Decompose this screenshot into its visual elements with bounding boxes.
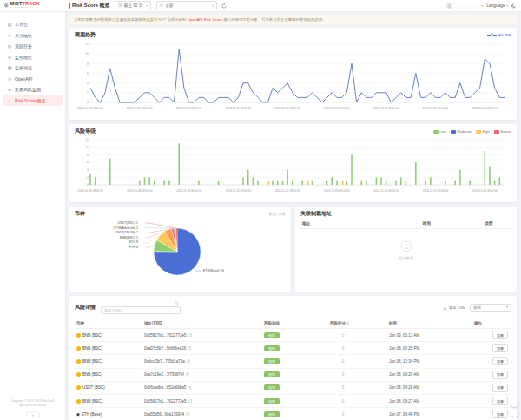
legend-severe[interactable]: Severe [494,129,511,134]
export-csv-button[interactable]: 导出 CSV [443,305,465,310]
avatar[interactable] [446,3,452,9]
sidebar-item-3[interactable]: ⊙监控地址 [3,52,63,63]
view-button[interactable]: 查看 [492,331,508,339]
refresh-icon[interactable] [221,3,227,9]
address-cell: 0xa55d56...60a179934 [144,412,264,417]
address-text[interactable]: 0xa07c5b7...5b66bea26 [144,346,186,351]
legend-swatch [476,130,481,134]
view-button[interactable]: 查看 [492,397,508,405]
call-trend-title: 调用趋势 [75,31,96,39]
view-button[interactable]: 查看 [492,410,508,418]
sidebar-item-4[interactable]: ▦监控动态 [3,62,63,74]
openapi-risk-score-link[interactable]: OpenAPI Risk Score [188,17,222,22]
address-text[interactable]: 0x05617b1...7622772e5 [144,399,187,404]
search-input[interactable] [101,306,181,314]
view-button[interactable]: 查看 [492,357,508,365]
sidebar-item-6[interactable]: ⊗交易风险监测 [3,84,63,95]
address-text[interactable]: 0xa55d56...60a179934 [144,412,184,417]
monitor-activity-icon: ▦ [7,65,12,70]
svg-text:2024-11-05 08:00:00: 2024-11-05 08:00:00 [176,107,202,110]
sidebar-item-0[interactable]: ▤工作台 [3,19,63,30]
coin-cell: BNB (BSC) [76,359,144,364]
key-icon [160,3,164,8]
dark-mode-moon-icon[interactable] [511,3,517,9]
chevron-down-icon: ▾ [212,4,214,8]
svg-text:2024-10-26 08:00:00: 2024-10-26 08:00:00 [127,107,153,110]
operation-cell: 查看 [474,384,510,392]
call-trend-line-chart: 0246810122024-10-16 08:00:002024-10-26 0… [75,40,510,116]
unit-toggle[interactable]: 数量 / 次数 [269,212,286,216]
legend-high[interactable]: High [476,129,490,134]
sanctioned-title: 关联制裁地址 [300,210,332,218]
level-filter-select[interactable]: 全部 ▾ [470,304,511,312]
pie-label: ETH(Base):76 [203,269,224,272]
risk-details-card: 风险详情 导出 [69,296,517,420]
svg-text:2025-01-04 08:00:00: 2025-01-04 08:00:00 [472,107,498,110]
chevron-down-icon: ▾ [146,4,148,8]
view-button[interactable]: 查看 [492,344,508,352]
copy-icon[interactable] [188,346,192,351]
svg-text:2024-12-15 08:00:00: 2024-12-15 08:00:00 [373,107,399,110]
sidebar-item-label: OpenAPI [15,76,32,82]
sidebar-item-label: 交易风险监测 [15,87,41,92]
search-icon [175,301,179,305]
copy-icon[interactable] [186,412,190,417]
copy-icon[interactable] [186,372,190,377]
bnb-icon [76,346,81,351]
svg-text:12: 12 [85,43,89,46]
address-text[interactable]: 0xdccf3b7...705d1a75a [144,359,185,364]
sidebar-item-7[interactable]: ◔Risk Score 概览 [3,95,63,107]
column-header[interactable]: 风险评分⇅ [330,321,389,325]
api-key-select[interactable]: 全部 ▾ [156,1,217,10]
copy-icon[interactable] [188,386,192,390]
address-text[interactable]: 0xa7c19e2...7f79687ef [144,372,184,377]
support-fab[interactable] [511,399,518,407]
risk-table-header: 币种地址/TXID风险等级风险评分⇅时间操作 [75,318,511,329]
sidebar-item-2[interactable]: ◎追踪任务 [3,41,63,52]
currency-pie-chart: USDT(BSC):1ETH(Arbitrum):1USDT(TRON):2BN… [75,219,286,285]
view-button[interactable]: 查看 [492,371,508,379]
column-header: 地址 [302,221,386,226]
headset-icon [512,401,518,406]
breadcrumb: Risk Score 概览 [69,2,109,10]
sidebar-item-1[interactable]: ☆关注地址 [3,30,63,42]
risk-score-value: 0 [330,385,356,390]
time-cell: Jan 08, 08:28 AM [389,385,474,390]
legend-moderate[interactable]: Moderate [451,129,472,134]
copy-icon[interactable] [187,359,191,364]
chevron-down-icon[interactable]: ▾ [482,4,484,8]
date-range-select[interactable]: 最近 90 天 ▾ [115,1,151,10]
copy-icon[interactable] [188,399,193,404]
svg-text:2024-10-26 08:00:00: 2024-10-26 08:00:00 [127,189,153,193]
language-select[interactable]: Language ▾ [486,3,508,8]
telegram-fab[interactable] [511,409,518,417]
sidebar-nav: ▤工作台☆关注地址◎追踪任务⊙监控地址▦监控动态◇OpenAPI⊗交易风险监测◔… [0,12,65,106]
operation-cell: 查看 [474,357,510,365]
svg-text:2024-11-25 08:00:00: 2024-11-25 08:00:00 [274,189,300,193]
account-name[interactable] [456,3,478,9]
copy-icon[interactable] [188,333,193,338]
api-icon: ◇ [7,76,12,82]
address-text[interactable]: 0x06cadba...b52e698a5 [144,385,186,390]
svg-text:2024-11-25 08:00:00: 2024-11-25 08:00:00 [274,107,300,110]
sidebar: ▤工作台☆关注地址◎追踪任务⊙监控地址▦监控动态◇OpenAPI⊗交易风险监测◔… [0,12,65,420]
star-icon: ☆ [7,33,12,38]
sidebar-collapse-button[interactable]: ‹ [26,411,40,417]
risk-score-value: 0 [330,399,356,404]
legend-low[interactable]: Low [433,129,446,134]
svg-text:2024-10-16 08:00:00: 2024-10-16 08:00:00 [77,107,103,110]
risk-score-value: 0 [330,346,356,351]
address-cell: 0x05617b1...7622772e5 [144,333,264,338]
risk-level-cell: 低危 [264,345,330,351]
view-button[interactable]: 查看 [492,384,508,392]
risk-score-cell: 0 [330,372,389,377]
sidebar-item-5[interactable]: ◇OpenAPI [3,74,63,85]
top-bar: MISTTRACK BY SLOWMIST Risk Score 概览 最近 9… [0,0,521,12]
api-calls-legend[interactable]: API 调用 [487,33,511,37]
sidebar-item-label: 监控动态 [15,65,32,70]
svg-text:4: 4 [87,168,89,172]
coin-cell: USDT (BSC) [76,385,144,390]
address-text[interactable]: 0x05617b1...7622772e5 [144,333,187,338]
sort-icon[interactable]: ⇅ [346,321,349,325]
svg-text:10: 10 [85,52,89,56]
